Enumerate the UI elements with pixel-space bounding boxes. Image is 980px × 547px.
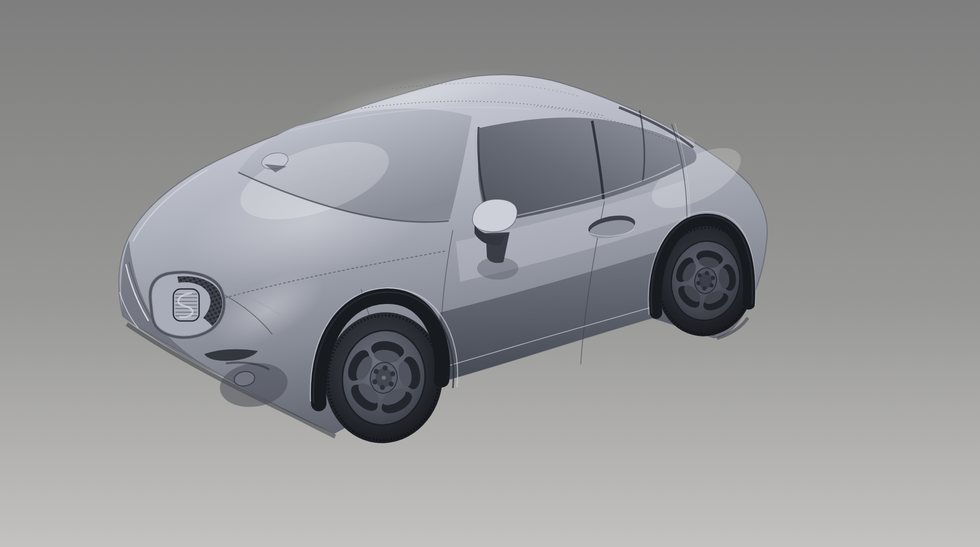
front-grille: [150, 272, 224, 337]
seat-badge-icon: [173, 289, 199, 321]
viewport-3d-render: compact hatchback concept car: [0, 0, 980, 547]
